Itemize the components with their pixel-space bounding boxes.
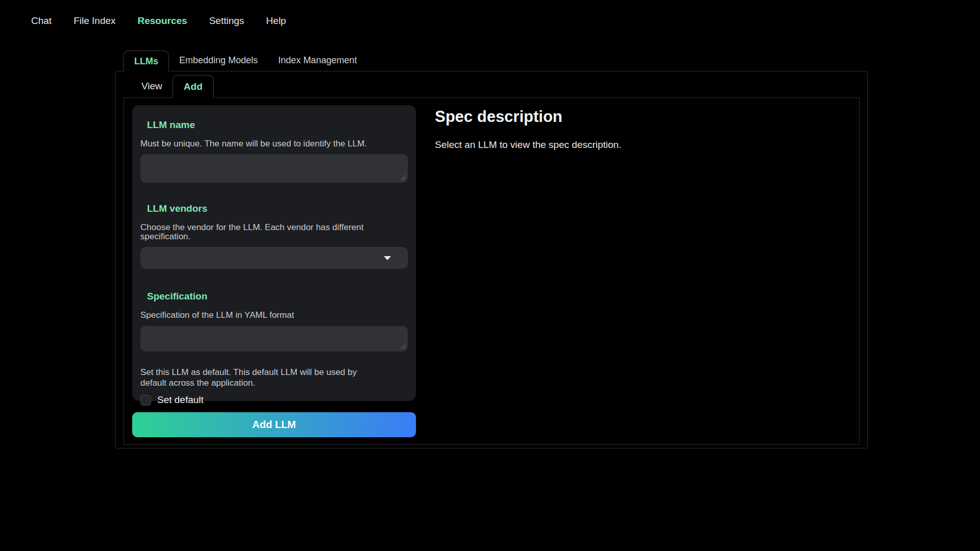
llm-vendors-label: LLM vendors bbox=[147, 204, 408, 214]
add-llm-form-card: LLM name Must be unique. The name will b… bbox=[132, 105, 416, 401]
specification-help-text: Specification of the LLM in YAML format bbox=[140, 311, 408, 320]
set-default-label: Set default bbox=[157, 394, 204, 406]
llms-subtab-bar: View Add bbox=[116, 71, 867, 97]
llm-vendors-select[interactable] bbox=[140, 247, 408, 269]
tab-index-management[interactable]: Index Management bbox=[268, 50, 367, 71]
subtab-add[interactable]: Add bbox=[173, 75, 214, 98]
llm-name-label: LLM name bbox=[147, 120, 408, 130]
tab-llms[interactable]: LLMs bbox=[124, 51, 169, 71]
resources-tab-bar: LLMs Embedding Models Index Management bbox=[115, 50, 868, 71]
tab-embedding-models[interactable]: Embedding Models bbox=[169, 50, 268, 71]
spec-description-column: Spec description Select an LLM to view t… bbox=[424, 98, 859, 444]
spec-description-title: Spec description bbox=[435, 108, 839, 126]
nav-item-settings[interactable]: Settings bbox=[209, 14, 244, 28]
specification-label: Specification bbox=[147, 291, 408, 302]
chevron-down-icon bbox=[384, 256, 391, 260]
set-default-help-text: Set this LLM as default. This default LL… bbox=[140, 367, 360, 388]
specification-input[interactable] bbox=[140, 326, 408, 352]
subtab-view[interactable]: View bbox=[134, 74, 169, 97]
llm-name-input[interactable] bbox=[140, 154, 408, 183]
resources-section: LLMs Embedding Models Index Management V… bbox=[115, 50, 868, 448]
nav-item-resources[interactable]: Resources bbox=[138, 14, 187, 28]
nav-item-file-index[interactable]: File Index bbox=[74, 14, 115, 28]
llms-tab-panel: View Add LLM name Must be unique. The na… bbox=[115, 71, 868, 448]
llm-vendors-help-text: Choose the vendor for the LLM. Each vend… bbox=[140, 223, 408, 241]
add-llm-panel: LLM name Must be unique. The name will b… bbox=[124, 97, 860, 445]
top-navigation: Chat File Index Resources Settings Help bbox=[31, 14, 286, 28]
nav-item-chat[interactable]: Chat bbox=[31, 14, 52, 28]
llm-name-input-wrap bbox=[140, 154, 408, 183]
add-llm-form-column: LLM name Must be unique. The name will b… bbox=[124, 98, 424, 444]
nav-item-help[interactable]: Help bbox=[266, 14, 286, 28]
set-default-row: Set default bbox=[140, 394, 408, 406]
spec-description-body: Select an LLM to view the spec descripti… bbox=[435, 139, 839, 151]
llm-name-help-text: Must be unique. The name will be used to… bbox=[140, 139, 408, 148]
set-default-checkbox[interactable] bbox=[140, 395, 151, 406]
add-llm-button[interactable]: Add LLM bbox=[132, 412, 416, 437]
specification-input-wrap bbox=[140, 326, 408, 352]
